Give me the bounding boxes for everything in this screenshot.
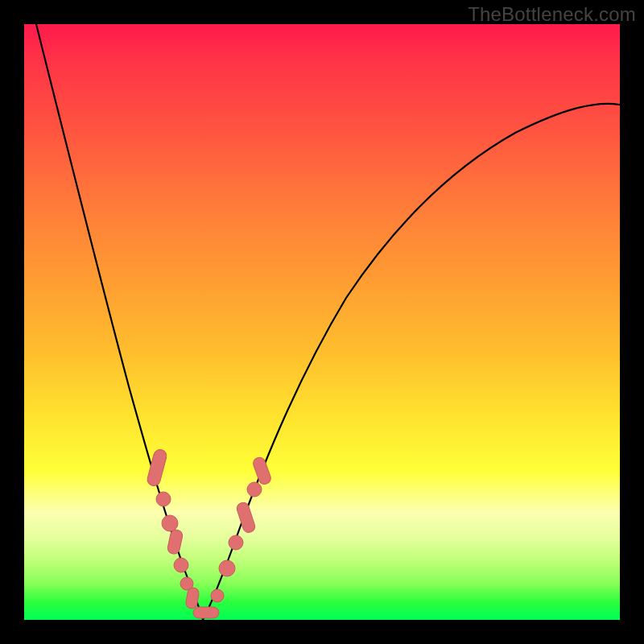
- marker-dot: [219, 560, 235, 576]
- marker-pill-bottom: [193, 607, 219, 618]
- marker-dot: [174, 558, 188, 572]
- plot-area: [24, 24, 620, 620]
- marker-pill-right-top: [252, 456, 273, 485]
- curve-overlay: [24, 24, 620, 620]
- marker-dot: [156, 492, 171, 506]
- marker-dot: [229, 535, 243, 550]
- marker-dot: [162, 515, 178, 531]
- right-branch-curve: [203, 104, 620, 620]
- chart-canvas: TheBottleneck.com: [0, 0, 644, 644]
- watermark-text: TheBottleneck.com: [468, 3, 636, 26]
- marker-dot: [211, 589, 224, 602]
- marker-dot: [247, 482, 262, 497]
- marker-pill-left-top: [146, 448, 167, 488]
- marker-pill: [167, 529, 184, 555]
